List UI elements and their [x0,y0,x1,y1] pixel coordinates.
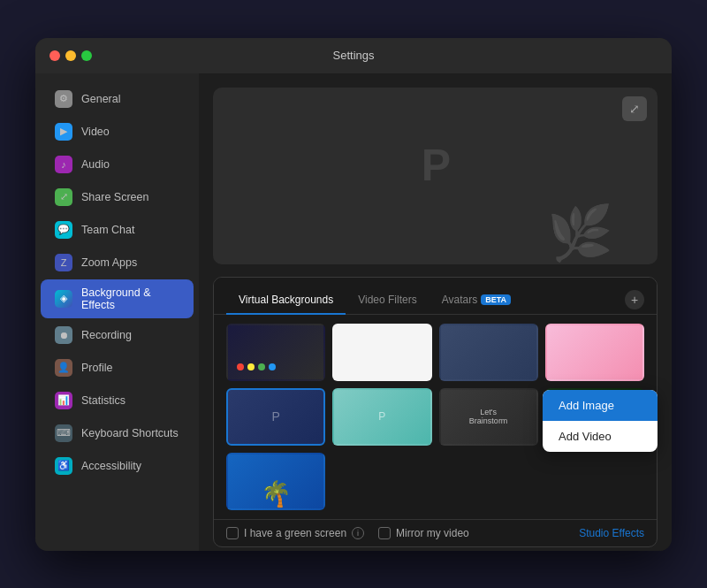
sidebar-label-audio: Audio [81,158,110,171]
main-content: P 🌿 ⤢ Virtual BackgroundsVideo FiltersAv… [199,73,672,551]
background-thumb-5[interactable]: P [226,388,325,446]
tabs-row: Virtual BackgroundsVideo FiltersAvatarsB… [214,278,657,315]
add-dropdown-menu: Add ImageAdd Video [543,390,658,452]
background-thumb-1[interactable] [226,324,325,381]
keyboard-shortcuts-icon: ⌨ [55,424,72,442]
background-thumb-4[interactable] [545,324,644,381]
content-area: ⚙ General ▶ Video ♪ Audio ⤢ Share Screen… [35,73,672,551]
background-effects-icon: ◈ [55,290,72,308]
sidebar-label-background-effects: Background & Effects [81,286,179,311]
mirror-video-checkbox[interactable] [378,527,391,539]
general-icon: ⚙ [55,90,72,108]
sidebar-item-background-effects[interactable]: ◈ Background & Effects [41,279,194,318]
tab-virtual-backgrounds[interactable]: Virtual Backgrounds [226,286,346,315]
maximize-button[interactable] [81,50,92,61]
sidebar-label-keyboard-shortcuts: Keyboard Shortcuts [81,427,179,439]
statistics-icon: 📊 [55,392,72,409]
dropdown-item-add-video[interactable]: Add Video [543,421,658,452]
sidebar-label-profile: Profile [81,362,112,374]
profile-icon: 👤 [55,359,72,377]
zoom-logo: P [422,140,449,191]
sidebar-label-recording: Recording [81,329,132,341]
sidebar-item-general[interactable]: ⚙ General [41,83,194,115]
dropdown-item-add-image[interactable]: Add Image [543,390,658,421]
beta-badge: BETA [481,294,511,305]
sidebar-label-video: Video [81,126,110,138]
traffic-lights [49,50,92,61]
sidebar-item-video[interactable]: ▶ Video [41,116,194,148]
team-chat-icon: 💬 [55,221,72,239]
audio-icon: ♪ [55,156,72,173]
sidebar: ⚙ General ▶ Video ♪ Audio ⤢ Share Screen… [35,73,199,551]
close-button[interactable] [49,50,60,61]
sidebar-label-zoom-apps: Zoom Apps [81,256,137,269]
sidebar-label-general: General [81,93,120,105]
background-thumb-7[interactable]: Let'sBrainstorm [439,388,538,446]
green-screen-option[interactable]: I have a green screen i [226,527,364,539]
app-window: Settings ⚙ General ▶ Video ♪ Audio ⤢ Sha… [35,38,672,551]
sidebar-label-team-chat: Team Chat [81,224,134,236]
background-thumb-2[interactable] [332,324,431,381]
sidebar-item-statistics[interactable]: 📊 Statistics [41,385,194,416]
preview-expand-icon[interactable]: ⤢ [622,96,647,121]
sidebar-item-team-chat[interactable]: 💬 Team Chat [41,214,194,246]
tab-video-filters[interactable]: Video Filters [346,286,429,315]
window-title: Settings [333,49,375,62]
minimize-button[interactable] [65,50,76,61]
camera-preview: P 🌿 ⤢ [213,88,658,264]
sidebar-item-audio[interactable]: ♪ Audio [41,149,194,180]
sidebar-item-profile[interactable]: 👤 Profile [41,352,194,384]
sidebar-item-share-screen[interactable]: ⤢ Share Screen [41,181,194,213]
sidebar-label-accessibility: Accessibility [81,460,141,472]
mirror-video-label: Mirror my video [396,527,469,539]
recording-icon: ⏺ [55,326,72,344]
footer-row: I have a green screen i Mirror my video … [214,519,657,546]
sidebar-item-keyboard-shortcuts[interactable]: ⌨ Keyboard Shortcuts [41,417,194,449]
sidebar-item-zoom-apps[interactable]: Z Zoom Apps [41,247,194,279]
mirror-video-option[interactable]: Mirror my video [378,527,469,539]
tab-add-button[interactable]: + [625,290,644,309]
sidebar-label-statistics: Statistics [81,394,125,407]
background-thumb-9[interactable]: 🌴 [226,453,325,510]
share-screen-icon: ⤢ [55,188,72,206]
plant-decoration: 🌿 [547,202,613,264]
accessibility-icon: ♿ [55,457,72,475]
studio-effects-link[interactable]: Studio Effects [579,527,644,539]
sidebar-label-share-screen: Share Screen [81,191,148,203]
sidebar-item-recording[interactable]: ⏺ Recording [41,319,194,351]
green-screen-checkbox[interactable] [226,527,239,539]
green-screen-label: I have a green screen [244,527,346,539]
tab-avatars[interactable]: AvatarsBETA [430,286,523,315]
zoom-apps-icon: Z [55,254,72,271]
green-screen-info-icon[interactable]: i [352,527,364,539]
title-bar: Settings [35,38,672,73]
sidebar-item-accessibility[interactable]: ♿ Accessibility [41,450,194,482]
background-thumb-3[interactable] [439,324,538,381]
video-icon: ▶ [55,123,72,141]
background-thumb-6[interactable]: P [332,388,431,446]
